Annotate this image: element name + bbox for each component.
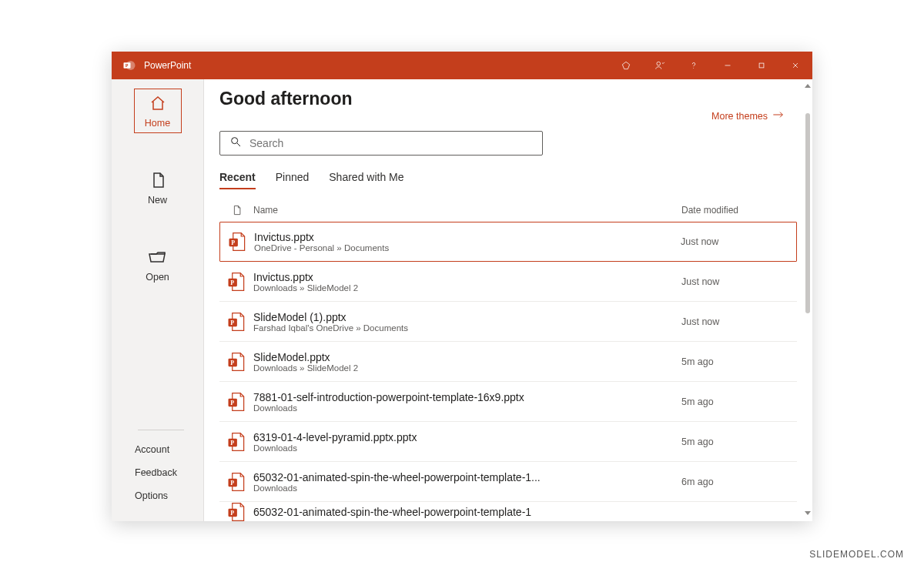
help-icon[interactable] — [677, 52, 711, 79]
table-row[interactable]: P Invictus.pptx Downloads » SlideModel 2… — [219, 262, 797, 302]
table-row[interactable]: P Invictus.pptx OneDrive - Personal » Do… — [219, 222, 797, 262]
svg-text:P: P — [230, 359, 234, 366]
table-row[interactable]: P 65032-01-animated-spin-the-wheel-power… — [219, 502, 797, 521]
home-icon — [149, 94, 167, 118]
sidebar-item-new[interactable]: New — [134, 166, 182, 210]
powerpoint-file-icon: P — [219, 391, 253, 413]
arrow-right-icon — [772, 110, 785, 122]
more-themes-link[interactable]: More themes — [711, 110, 785, 122]
file-name: 6319-01-4-level-pyramid.pptx.pptx — [253, 431, 681, 443]
file-path: Downloads » SlideModel 2 — [253, 363, 681, 373]
column-name[interactable]: Name — [253, 205, 681, 216]
svg-text:P: P — [230, 279, 234, 286]
main-panel: Good afternoon More themes Recent Pinned… — [204, 79, 812, 521]
powerpoint-file-icon: P — [219, 311, 253, 333]
file-path: Downloads — [253, 403, 681, 413]
powerpoint-file-icon: P — [219, 351, 253, 373]
table-row[interactable]: P 7881-01-self-introduction-powerpoint-t… — [219, 382, 797, 422]
maximize-button[interactable] — [745, 52, 778, 79]
sidebar-item-home[interactable]: Home — [134, 89, 182, 133]
tab-pinned[interactable]: Pinned — [276, 171, 310, 189]
svg-point-10 — [232, 138, 238, 144]
powerpoint-logo-icon: P — [122, 59, 136, 72]
powerpoint-file-icon: P — [219, 502, 253, 521]
table-row[interactable]: P SlideModel.pptx Downloads » SlideModel… — [219, 342, 797, 382]
sidebar-item-label: Open — [146, 272, 169, 283]
svg-point-3 — [657, 62, 661, 65]
more-themes-label: More themes — [711, 111, 768, 122]
table-row[interactable]: P 65032-01-animated-spin-the-wheel-power… — [219, 462, 797, 502]
svg-text:P: P — [230, 439, 234, 446]
sidebar-item-open[interactable]: Open — [134, 243, 182, 287]
file-name: Invictus.pptx — [253, 271, 681, 283]
column-date[interactable]: Date modified — [681, 205, 797, 216]
app-name: PowerPoint — [144, 60, 191, 71]
file-modified: Just now — [681, 316, 797, 327]
file-path: Downloads — [253, 483, 681, 493]
file-icon-header — [219, 203, 253, 217]
sidebar-bottom: Account Feedback Options — [112, 430, 203, 521]
file-rows: P Invictus.pptx OneDrive - Personal » Do… — [219, 222, 797, 521]
file-path: Downloads — [253, 443, 681, 453]
file-modified: Just now — [681, 236, 796, 247]
powerpoint-file-icon: P — [219, 471, 253, 493]
sidebar-item-feedback[interactable]: Feedback — [135, 461, 203, 484]
sidebar-item-options[interactable]: Options — [135, 484, 203, 507]
page-title: Good afternoon — [219, 89, 797, 109]
file-name: Invictus.pptx — [254, 231, 681, 243]
file-tabs: Recent Pinned Shared with Me — [219, 171, 797, 189]
file-modified: 5m ago — [681, 396, 797, 407]
watermark: SLIDEMODEL.COM — [809, 549, 904, 560]
account-icon[interactable] — [643, 52, 677, 79]
search-box[interactable] — [219, 131, 543, 156]
file-path: OneDrive - Personal » Documents — [254, 243, 681, 253]
scroll-thumb[interactable] — [805, 113, 810, 313]
file-name: 65032-01-animated-spin-the-wheel-powerpo… — [253, 471, 681, 483]
search-input[interactable] — [249, 137, 533, 149]
new-file-icon — [149, 171, 167, 195]
table-row[interactable]: P SlideModel (1).pptx Farshad Iqbal's On… — [219, 302, 797, 342]
close-button[interactable] — [778, 52, 812, 79]
svg-text:P: P — [230, 509, 234, 516]
scroll-down-icon[interactable] — [805, 511, 811, 515]
titlebar: P PowerPoint — [112, 52, 812, 79]
svg-text:P: P — [231, 239, 235, 246]
svg-rect-6 — [759, 63, 764, 68]
file-list: Name Date modified P Invictus.pptx OneDr… — [219, 197, 797, 521]
search-icon — [229, 135, 249, 151]
file-name: 65032-01-animated-spin-the-wheel-powerpo… — [253, 506, 681, 518]
sidebar-item-label: Home — [145, 118, 170, 129]
file-name: SlideModel (1).pptx — [253, 311, 681, 323]
minimize-button[interactable] — [711, 52, 745, 79]
svg-text:P: P — [230, 319, 234, 326]
svg-point-4 — [693, 68, 694, 69]
open-folder-icon — [149, 248, 167, 272]
tab-recent[interactable]: Recent — [219, 171, 256, 189]
column-headers: Name Date modified — [219, 197, 797, 222]
scrollbar[interactable] — [805, 84, 811, 515]
file-modified: 6m ago — [681, 477, 797, 487]
table-row[interactable]: P 6319-01-4-level-pyramid.pptx.pptx Down… — [219, 422, 797, 462]
powerpoint-file-icon: P — [220, 231, 254, 253]
tab-shared[interactable]: Shared with Me — [329, 171, 403, 189]
app-window: P PowerPoint Home New Open — [112, 52, 812, 521]
content-area: Home New Open Account Feedback Options G… — [112, 79, 812, 521]
svg-text:P: P — [126, 63, 129, 68]
powerpoint-file-icon: P — [219, 431, 253, 453]
sidebar-item-label: New — [148, 195, 167, 206]
file-modified: 5m ago — [681, 437, 797, 447]
file-name: 7881-01-self-introduction-powerpoint-tem… — [253, 391, 681, 403]
svg-line-11 — [237, 143, 240, 146]
file-path: Downloads » SlideModel 2 — [253, 283, 681, 293]
svg-text:P: P — [230, 399, 234, 406]
scroll-up-icon[interactable] — [805, 84, 811, 88]
file-name: SlideModel.pptx — [253, 351, 681, 363]
file-modified: Just now — [681, 276, 797, 287]
file-path: Farshad Iqbal's OneDrive » Documents — [253, 323, 681, 333]
file-modified: 5m ago — [681, 356, 797, 367]
sidebar: Home New Open Account Feedback Options — [112, 79, 204, 521]
powerpoint-file-icon: P — [219, 271, 253, 293]
premium-icon[interactable] — [609, 52, 643, 79]
sidebar-item-account[interactable]: Account — [135, 438, 203, 461]
svg-text:P: P — [230, 479, 234, 486]
